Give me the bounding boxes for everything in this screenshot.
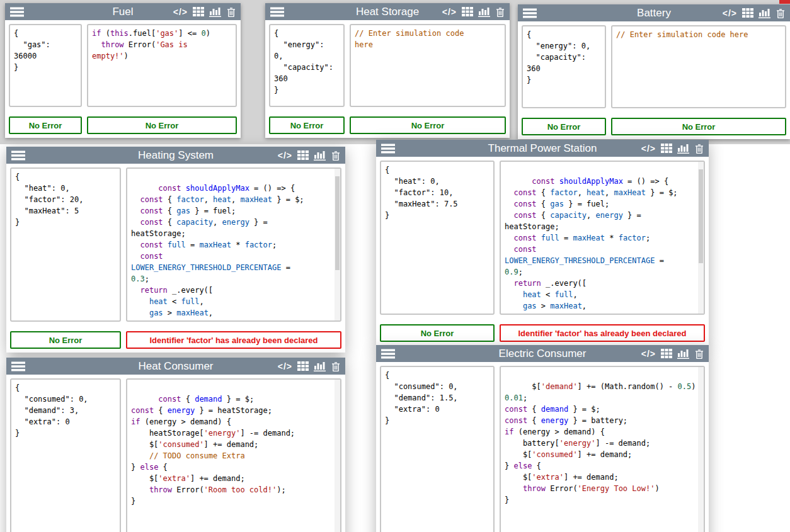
header-actions: </> [278,361,340,371]
panel-header: Heat Consumer </> [6,358,345,375]
table-icon[interactable] [193,7,204,16]
code-editor[interactable]: const shouldApplyMax = () => { const { f… [126,167,341,322]
scrollbar[interactable] [698,367,704,532]
table-icon[interactable] [661,144,672,153]
chart-icon[interactable] [677,144,690,154]
code-icon[interactable]: </> [278,362,292,371]
panel-battery: Battery </> { "energy": 0, "capacity": 3… [518,4,790,139]
header-actions: </> [442,7,505,17]
state-editor[interactable]: { "consumed": 0, "demand": 1.5, "extra":… [380,366,495,532]
table-icon[interactable] [661,349,672,358]
code-icon[interactable]: </> [723,9,737,18]
menu-icon[interactable] [523,8,537,18]
scrollbar-thumb[interactable] [699,169,703,263]
table-icon[interactable] [462,7,473,16]
menu-icon[interactable] [381,144,395,154]
header-actions: </> [723,8,785,18]
code-status: No Error [611,118,786,135]
scrollbar[interactable] [335,169,340,320]
table-icon[interactable] [297,361,309,371]
trash-icon[interactable] [331,361,340,371]
code-editor[interactable]: if (this.fuel['gas'] <= 0) throw Error('… [87,24,237,107]
trash-icon[interactable] [695,349,704,359]
code-icon[interactable]: </> [641,144,656,153]
state-editor[interactable]: { "consumed": 0, "demand": 3, "extra": 0… [10,378,121,532]
code-editor[interactable]: const { demand } = $; const { energy } =… [126,378,341,532]
panel-header: Heating System </> [6,147,345,164]
code-editor[interactable]: const shouldApplyMax = () => { const { f… [500,161,705,315]
chart-icon[interactable] [677,349,690,359]
state-status: No Error [9,116,82,134]
chart-icon[interactable] [314,361,326,371]
code-icon[interactable]: </> [278,151,292,160]
panel-fuel: Fuel </> { "gas": 36000 } if (this.fuel[… [5,3,241,138]
panel-thermal-power-station: Thermal Power Station </> { "heat": 0, "… [376,140,709,346]
chart-icon[interactable] [209,7,222,17]
chart-icon[interactable] [759,8,771,18]
menu-icon[interactable] [11,361,25,371]
state-editor[interactable]: { "energy": 0, "capacity": 360 } [269,24,345,107]
scrollbar[interactable] [698,162,704,314]
trash-icon[interactable] [496,7,505,17]
state-editor[interactable]: { "gas": 36000 } [9,24,82,107]
code-editor[interactable]: // Enter simulation code here [350,24,506,107]
menu-icon[interactable] [11,150,25,161]
code-icon[interactable]: </> [173,8,188,16]
code-status: No Error [350,116,506,134]
panel-header: Heat Storage </> [265,3,510,20]
panel-electric-consumer: Electric Consumer </> { "consumed": 0, "… [376,345,709,532]
code-status: No Error [87,116,237,134]
trash-icon[interactable] [695,144,704,154]
code-status: Identifier 'factor' has already been dec… [500,324,705,342]
state-editor[interactable]: { "energy": 0, "capacity": 360 } [522,25,606,108]
code-icon[interactable]: </> [442,8,457,16]
menu-icon[interactable] [270,7,284,17]
state-status: No Error [380,324,495,342]
scrollbar-thumb[interactable] [335,176,340,270]
chart-icon[interactable] [314,150,326,161]
state-status: No Error [269,116,345,134]
trash-icon[interactable] [227,7,236,17]
code-editor[interactable]: $['demand'] += (Math.random() - 0.5) * 0… [500,366,705,532]
trash-icon[interactable] [776,8,785,18]
state-editor[interactable]: { "heat": 0, "factor": 10, "maxHeat": 7.… [380,161,495,315]
table-icon[interactable] [297,150,309,160]
code-status: Identifier 'factor' has already been dec… [126,331,341,349]
table-icon[interactable] [742,8,753,18]
menu-icon[interactable] [10,7,24,17]
panel-header: Battery </> [518,4,790,21]
code-editor[interactable]: // Enter simulation code here [611,25,786,108]
state-editor[interactable]: { "heat": 0, "factor": 20, "maxHeat": 5 … [10,167,121,322]
header-actions: </> [641,144,704,154]
chart-icon[interactable] [478,7,491,17]
menu-icon[interactable] [381,349,395,359]
header-actions: </> [173,7,236,17]
state-status: No Error [522,118,606,135]
trash-icon[interactable] [331,150,340,161]
panel-heat-consumer: Heat Consumer </> { "consumed": 0, "dema… [6,358,345,532]
header-actions: </> [278,150,340,161]
panel-heating-system: Heating System </> { "heat": 0, "factor"… [6,147,345,353]
panel-heat-storage: Heat Storage </> { "energy": 0, "capacit… [265,3,510,138]
scrollbar[interactable] [335,380,340,532]
state-status: No Error [10,331,121,349]
header-actions: </> [641,349,704,359]
panel-header: Thermal Power Station </> [376,140,709,157]
code-icon[interactable]: </> [641,349,656,358]
panel-header: Electric Consumer </> [376,345,709,362]
panel-header: Fuel </> [5,3,241,20]
offscreen-error-fragment [779,0,790,4]
